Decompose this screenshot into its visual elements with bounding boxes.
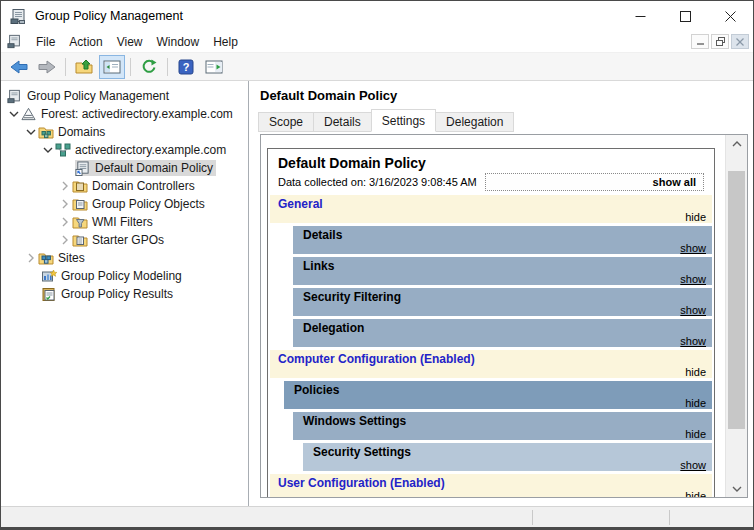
child-restore-button[interactable] <box>711 34 729 49</box>
show-link[interactable]: show <box>680 335 706 347</box>
scroll-down-arrow[interactable] <box>726 480 747 497</box>
back-button[interactable] <box>6 55 32 79</box>
tree-item-wmi-filters[interactable]: WMI Filters <box>1 213 248 231</box>
show-link[interactable]: show <box>680 273 706 285</box>
child-minimize-button[interactable] <box>691 34 709 49</box>
chevron-right-icon[interactable] <box>58 235 72 245</box>
tab-scope[interactable]: Scope <box>258 112 314 132</box>
section-title: Security Filtering <box>303 290 401 304</box>
gpm-console-icon-small <box>7 34 22 49</box>
action-pane-icon <box>205 60 223 74</box>
chevron-right-icon[interactable] <box>58 217 72 227</box>
tab-details[interactable]: Details <box>313 112 372 132</box>
menu-file[interactable]: File <box>36 32 55 52</box>
modeling-icon <box>41 269 58 283</box>
section-title[interactable]: User Configuration (Enabled) <box>278 476 445 490</box>
section-title: Security Settings <box>313 445 411 459</box>
data-collected-text: Data collected on: 3/16/2023 9:08:45 AM <box>278 176 477 188</box>
forest-icon <box>21 107 38 121</box>
section-general: General hide <box>270 195 712 223</box>
chevron-down-icon[interactable] <box>7 111 21 117</box>
tree-item-group-policy-objects[interactable]: Group Policy Objects <box>1 195 248 213</box>
menu-action[interactable]: Action <box>69 32 102 52</box>
menu-window[interactable]: Window <box>157 32 200 52</box>
chevron-right-icon[interactable] <box>24 253 38 263</box>
refresh-button[interactable] <box>136 55 162 79</box>
section-links: Links show <box>293 257 712 285</box>
tree-item-domains[interactable]: Domains <box>1 123 248 141</box>
menubar: File Action View Window Help <box>1 31 753 53</box>
tree-item-starter-gpos[interactable]: Starter GPOs <box>1 231 248 249</box>
tree-item-label: Domain Controllers <box>89 178 198 194</box>
show-link[interactable]: show <box>680 459 706 471</box>
tree-item-group-policy-modeling[interactable]: Group Policy Modeling <box>1 267 248 285</box>
gpo-shortcut-icon <box>75 161 92 176</box>
statusbar <box>1 506 753 528</box>
sites-folder-icon <box>38 251 55 265</box>
hide-link[interactable]: hide <box>685 397 706 409</box>
section-title: Details <box>303 228 342 242</box>
chevron-down-icon[interactable] <box>24 129 38 135</box>
hide-link[interactable]: hide <box>685 428 706 440</box>
settings-report-frame: Default Domain Policy Data collected on:… <box>260 134 748 498</box>
chevron-down-icon[interactable] <box>41 147 55 153</box>
report-scrollbar[interactable] <box>725 135 747 497</box>
report-header: Default Domain Policy Data collected on:… <box>268 149 714 195</box>
titlebar[interactable]: Group Policy Management <box>1 1 753 31</box>
app-window: Group Policy Management <box>0 0 754 530</box>
menu-view[interactable]: View <box>117 32 143 52</box>
forward-button[interactable] <box>34 55 60 79</box>
domain-icon <box>55 143 72 157</box>
tree-item-group-policy-management[interactable]: Group Policy Management <box>1 87 248 105</box>
close-button[interactable] <box>708 1 753 31</box>
tab-settings[interactable]: Settings <box>371 109 436 132</box>
up-one-level-icon <box>75 59 93 74</box>
show-all-button[interactable]: show all <box>485 173 704 191</box>
section-title[interactable]: Computer Configuration (Enabled) <box>278 352 475 366</box>
tree-item-label: Group Policy Management <box>24 88 172 104</box>
report-title: Default Domain Policy <box>278 155 704 171</box>
section-user-configuration: User Configuration (Enabled) hide <box>270 474 712 497</box>
tree-item-domain[interactable]: activedirectory.example.com <box>1 141 248 159</box>
section-policies: Policies hide <box>284 381 712 409</box>
tree-item-domain-controllers[interactable]: Domain Controllers <box>1 177 248 195</box>
tree-item-group-policy-results[interactable]: Group Policy Results <box>1 285 248 303</box>
gpo-folder-icon <box>72 197 89 211</box>
child-close-button[interactable] <box>731 34 749 49</box>
maximize-button[interactable] <box>663 1 708 31</box>
scroll-up-arrow[interactable] <box>726 135 747 152</box>
settings-report: Default Domain Policy Data collected on:… <box>267 148 715 497</box>
up-one-level-button[interactable] <box>71 55 97 79</box>
wmi-filters-folder-icon <box>72 215 89 229</box>
refresh-icon <box>141 59 157 75</box>
show-action-pane-button[interactable] <box>201 55 227 79</box>
tree-item-sites[interactable]: Sites <box>1 249 248 267</box>
tree-item-label: Starter GPOs <box>89 232 167 248</box>
toolbar-separator <box>130 58 131 76</box>
section-computer-configuration: Computer Configuration (Enabled) hide <box>270 350 712 378</box>
gpm-console-icon <box>10 8 27 25</box>
hide-link[interactable]: hide <box>685 366 706 378</box>
hide-link[interactable]: hide <box>685 211 706 223</box>
section-delegation: Delegation show <box>293 319 712 347</box>
tree-item-label: Domains <box>55 124 108 140</box>
menu-help[interactable]: Help <box>213 32 238 52</box>
minimize-button[interactable] <box>618 1 663 31</box>
hide-link[interactable]: hide <box>685 490 706 497</box>
show-link[interactable]: show <box>680 242 706 254</box>
tree-item-default-domain-policy[interactable]: Default Domain Policy <box>1 159 248 177</box>
help-button[interactable]: ? <box>173 55 199 79</box>
chevron-right-icon[interactable] <box>58 199 72 209</box>
tree-item-forest[interactable]: Forest: activedirectory.example.com <box>1 105 248 123</box>
tab-delegation[interactable]: Delegation <box>435 112 514 132</box>
section-title[interactable]: General <box>278 197 323 211</box>
section-title: Windows Settings <box>303 414 406 428</box>
show-link[interactable]: show <box>680 304 706 316</box>
settings-report-viewport: Default Domain Policy Data collected on:… <box>261 135 725 497</box>
toolbar-separator <box>65 58 66 76</box>
scrollbar-thumb[interactable] <box>728 171 745 429</box>
result-pane: Default Domain Policy Scope Details Sett… <box>250 81 754 506</box>
domains-folder-icon <box>38 125 55 139</box>
show-console-tree-button[interactable] <box>99 55 125 79</box>
chevron-right-icon[interactable] <box>58 181 72 191</box>
